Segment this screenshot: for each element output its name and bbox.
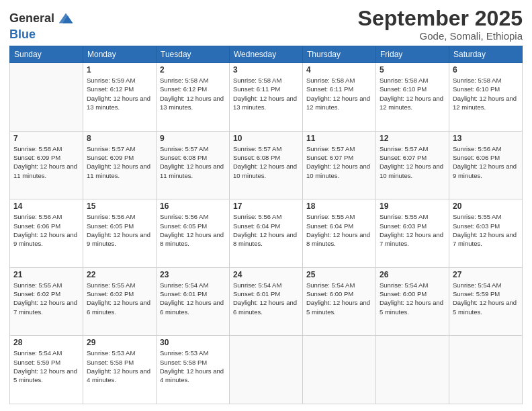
day-info: Sunrise: 5:56 AM Sunset: 6:06 PM Dayligh…	[453, 144, 519, 180]
day-number: 23	[160, 270, 226, 279]
day-info: Sunrise: 5:58 AM Sunset: 6:09 PM Dayligh…	[13, 144, 79, 180]
day-number: 24	[233, 270, 299, 279]
day-info: Sunrise: 5:54 AM Sunset: 5:59 PM Dayligh…	[453, 281, 519, 316]
day-cell: 26Sunrise: 5:54 AM Sunset: 6:00 PM Dayli…	[376, 267, 449, 336]
day-number: 1	[87, 65, 152, 75]
day-info: Sunrise: 5:57 AM Sunset: 6:08 PM Dayligh…	[160, 144, 226, 180]
day-cell	[303, 336, 376, 404]
day-cell	[230, 336, 303, 404]
month-title: September 2025	[358, 7, 523, 30]
day-cell: 27Sunrise: 5:54 AM Sunset: 5:59 PM Dayli…	[449, 267, 523, 336]
day-info: Sunrise: 5:55 AM Sunset: 6:02 PM Dayligh…	[87, 281, 152, 316]
week-row-4: 21Sunrise: 5:55 AM Sunset: 6:02 PM Dayli…	[10, 267, 523, 336]
day-info: Sunrise: 5:55 AM Sunset: 6:02 PM Dayligh…	[13, 281, 79, 316]
day-number: 27	[453, 270, 519, 279]
day-number: 22	[87, 270, 152, 279]
week-row-5: 28Sunrise: 5:54 AM Sunset: 5:59 PM Dayli…	[10, 336, 523, 404]
col-sunday: Sunday	[10, 46, 83, 63]
week-row-1: 1Sunrise: 5:59 AM Sunset: 6:12 PM Daylig…	[10, 63, 523, 132]
day-cell: 10Sunrise: 5:57 AM Sunset: 6:08 PM Dayli…	[230, 131, 303, 199]
location: Gode, Somali, Ethiopia	[358, 30, 523, 42]
day-cell	[10, 63, 83, 132]
day-info: Sunrise: 5:55 AM Sunset: 6:03 PM Dayligh…	[453, 212, 519, 248]
col-thursday: Thursday	[303, 46, 376, 63]
day-cell: 5Sunrise: 5:58 AM Sunset: 6:10 PM Daylig…	[376, 63, 449, 132]
day-info: Sunrise: 5:57 AM Sunset: 6:07 PM Dayligh…	[380, 144, 445, 180]
day-number: 5	[380, 65, 445, 75]
day-cell: 22Sunrise: 5:55 AM Sunset: 6:02 PM Dayli…	[83, 267, 157, 336]
day-info: Sunrise: 5:58 AM Sunset: 6:11 PM Dayligh…	[306, 76, 372, 111]
day-number: 14	[13, 201, 79, 211]
day-number: 13	[453, 134, 519, 143]
day-number: 12	[380, 134, 445, 143]
day-cell: 3Sunrise: 5:58 AM Sunset: 6:11 PM Daylig…	[230, 63, 303, 132]
day-number: 26	[380, 270, 445, 279]
day-number: 9	[160, 134, 226, 143]
day-info: Sunrise: 5:58 AM Sunset: 6:11 PM Dayligh…	[233, 76, 299, 111]
title-block: September 2025 Gode, Somali, Ethiopia	[358, 7, 523, 42]
day-cell: 14Sunrise: 5:56 AM Sunset: 6:06 PM Dayli…	[10, 199, 83, 268]
day-cell	[376, 336, 449, 404]
day-number: 10	[233, 134, 299, 143]
calendar-table: Sunday Monday Tuesday Wednesday Thursday…	[9, 46, 523, 404]
day-info: Sunrise: 5:55 AM Sunset: 6:04 PM Dayligh…	[306, 212, 372, 248]
day-cell: 23Sunrise: 5:54 AM Sunset: 6:01 PM Dayli…	[157, 267, 230, 336]
day-cell: 15Sunrise: 5:56 AM Sunset: 6:05 PM Dayli…	[83, 199, 157, 268]
day-cell: 24Sunrise: 5:54 AM Sunset: 6:01 PM Dayli…	[230, 267, 303, 336]
logo-text: General	[9, 12, 54, 26]
day-info: Sunrise: 5:56 AM Sunset: 6:06 PM Dayligh…	[13, 212, 79, 248]
day-cell: 19Sunrise: 5:55 AM Sunset: 6:03 PM Dayli…	[376, 199, 449, 268]
logo-blue-text: Blue	[9, 28, 36, 41]
day-cell: 17Sunrise: 5:56 AM Sunset: 6:04 PM Dayli…	[230, 199, 303, 268]
day-number: 28	[13, 338, 79, 347]
day-info: Sunrise: 5:54 AM Sunset: 6:00 PM Dayligh…	[380, 281, 445, 316]
day-info: Sunrise: 5:54 AM Sunset: 6:01 PM Dayligh…	[160, 281, 226, 316]
week-row-3: 14Sunrise: 5:56 AM Sunset: 6:06 PM Dayli…	[10, 199, 523, 268]
day-cell: 18Sunrise: 5:55 AM Sunset: 6:04 PM Dayli…	[303, 199, 376, 268]
day-info: Sunrise: 5:54 AM Sunset: 5:59 PM Dayligh…	[13, 349, 79, 384]
day-info: Sunrise: 5:55 AM Sunset: 6:03 PM Dayligh…	[380, 212, 445, 248]
col-friday: Friday	[376, 46, 449, 63]
day-cell: 30Sunrise: 5:53 AM Sunset: 5:58 PM Dayli…	[157, 336, 230, 404]
col-monday: Monday	[83, 46, 157, 63]
day-number: 2	[160, 65, 226, 75]
day-cell: 13Sunrise: 5:56 AM Sunset: 6:06 PM Dayli…	[449, 131, 523, 199]
day-number: 19	[380, 201, 445, 211]
day-number: 25	[306, 270, 372, 279]
day-cell: 16Sunrise: 5:56 AM Sunset: 6:05 PM Dayli…	[157, 199, 230, 268]
day-cell: 28Sunrise: 5:54 AM Sunset: 5:59 PM Dayli…	[10, 336, 83, 404]
day-cell: 9Sunrise: 5:57 AM Sunset: 6:08 PM Daylig…	[157, 131, 230, 199]
day-cell: 4Sunrise: 5:58 AM Sunset: 6:11 PM Daylig…	[303, 63, 376, 132]
day-number: 21	[13, 270, 79, 279]
day-cell: 21Sunrise: 5:55 AM Sunset: 6:02 PM Dayli…	[10, 267, 83, 336]
day-number: 3	[233, 65, 299, 75]
day-number: 7	[13, 134, 79, 143]
day-number: 16	[160, 201, 226, 211]
day-number: 18	[306, 201, 372, 211]
day-number: 17	[233, 201, 299, 211]
day-number: 11	[306, 134, 372, 143]
day-cell: 2Sunrise: 5:58 AM Sunset: 6:12 PM Daylig…	[157, 63, 230, 132]
week-row-2: 7Sunrise: 5:58 AM Sunset: 6:09 PM Daylig…	[10, 131, 523, 199]
day-info: Sunrise: 5:57 AM Sunset: 6:08 PM Dayligh…	[233, 144, 299, 180]
day-number: 29	[87, 338, 152, 347]
day-cell	[449, 336, 523, 404]
day-cell: 11Sunrise: 5:57 AM Sunset: 6:07 PM Dayli…	[303, 131, 376, 199]
day-info: Sunrise: 5:56 AM Sunset: 6:04 PM Dayligh…	[233, 212, 299, 248]
day-info: Sunrise: 5:59 AM Sunset: 6:12 PM Dayligh…	[87, 76, 152, 111]
header: General Blue September 2025 Gode, Somali…	[9, 7, 523, 42]
logo-icon	[56, 9, 75, 28]
day-info: Sunrise: 5:57 AM Sunset: 6:09 PM Dayligh…	[87, 144, 152, 180]
day-number: 20	[453, 201, 519, 211]
day-cell: 25Sunrise: 5:54 AM Sunset: 6:00 PM Dayli…	[303, 267, 376, 336]
logo: General Blue	[9, 9, 75, 42]
day-number: 15	[87, 201, 152, 211]
page: General Blue September 2025 Gode, Somali…	[0, 0, 532, 411]
day-cell: 7Sunrise: 5:58 AM Sunset: 6:09 PM Daylig…	[10, 131, 83, 199]
day-info: Sunrise: 5:56 AM Sunset: 6:05 PM Dayligh…	[87, 212, 152, 248]
day-number: 8	[87, 134, 152, 143]
day-info: Sunrise: 5:54 AM Sunset: 6:00 PM Dayligh…	[306, 281, 372, 316]
day-info: Sunrise: 5:53 AM Sunset: 5:58 PM Dayligh…	[87, 349, 152, 384]
day-cell: 6Sunrise: 5:58 AM Sunset: 6:10 PM Daylig…	[449, 63, 523, 132]
day-cell: 8Sunrise: 5:57 AM Sunset: 6:09 PM Daylig…	[83, 131, 157, 199]
